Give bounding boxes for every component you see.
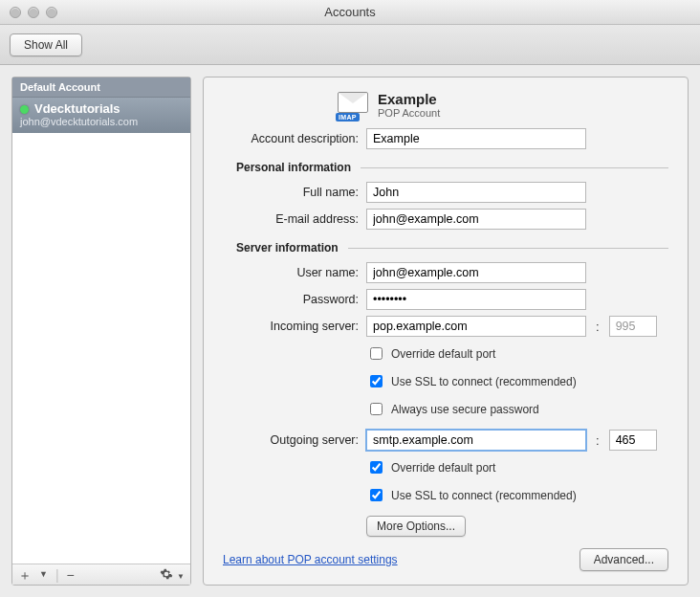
- window-controls: [0, 7, 57, 18]
- chevron-down-icon: ▼: [177, 572, 185, 581]
- toolbar: Show All: [0, 25, 700, 65]
- window-titlebar: Accounts: [0, 0, 700, 25]
- account-email-label: john@vdecktutorials.com: [20, 116, 183, 127]
- outgoing-port-separator: :: [592, 433, 603, 448]
- incoming-use-ssl-checkbox[interactable]: [370, 375, 383, 387]
- mail-imap-icon: IMAP: [338, 92, 368, 119]
- label-email-address: E-mail address:: [223, 212, 366, 226]
- full-name-input[interactable]: [366, 182, 586, 203]
- panel-header: IMAP Example POP Account: [338, 91, 668, 119]
- section-personal-info-label: Personal information: [236, 161, 361, 174]
- advanced-button[interactable]: Advanced...: [580, 548, 668, 571]
- section-personal-info: Personal information: [236, 161, 668, 174]
- outgoing-use-ssl-label: Use SSL to connect (recommended): [391, 489, 577, 502]
- incoming-use-ssl-label: Use SSL to connect (recommended): [391, 375, 577, 388]
- section-server-info: Server information: [236, 241, 668, 254]
- section-server-info-label: Server information: [236, 241, 348, 254]
- outgoing-port-input[interactable]: [609, 430, 657, 451]
- accounts-sidebar: Default Account Vdecktutorials john@vdec…: [11, 77, 191, 586]
- account-description-input[interactable]: [366, 128, 586, 149]
- account-settings-panel: IMAP Example POP Account Account descrip…: [203, 77, 689, 586]
- label-outgoing-server: Outgoing server:: [223, 433, 366, 447]
- label-account-description: Account description:: [223, 132, 366, 145]
- incoming-secure-password-label: Always use secure password: [391, 403, 539, 416]
- incoming-port-separator: :: [592, 320, 603, 334]
- minimize-window-button[interactable]: [28, 7, 39, 18]
- label-password: Password:: [223, 293, 366, 306]
- content-area: Default Account Vdecktutorials john@vdec…: [0, 65, 700, 597]
- incoming-server-input[interactable]: [366, 316, 586, 337]
- close-window-button[interactable]: [10, 7, 21, 18]
- window-title: Accounts: [0, 5, 700, 19]
- settings-gear-button[interactable]: ▼: [160, 567, 185, 583]
- panel-subtitle: POP Account: [378, 107, 440, 119]
- incoming-secure-password-checkbox[interactable]: [370, 403, 383, 415]
- incoming-override-port-label: Override default port: [391, 347, 495, 361]
- user-name-input[interactable]: [366, 262, 586, 283]
- zoom-window-button[interactable]: [46, 7, 57, 18]
- label-incoming-server: Incoming server:: [223, 320, 366, 333]
- outgoing-override-port-checkbox[interactable]: [370, 461, 383, 474]
- more-options-button[interactable]: More Options...: [366, 516, 466, 537]
- incoming-port-input[interactable]: [609, 316, 657, 337]
- gear-icon: [160, 567, 173, 581]
- incoming-override-port-checkbox[interactable]: [370, 347, 383, 360]
- sidebar-footer: ＋ ▼ | − ▼: [12, 564, 190, 585]
- password-input[interactable]: [366, 289, 586, 310]
- status-online-icon: [20, 105, 29, 114]
- outgoing-use-ssl-checkbox[interactable]: [370, 489, 383, 501]
- label-user-name: User name:: [223, 266, 366, 279]
- outgoing-override-port-label: Override default port: [391, 461, 495, 475]
- label-full-name: Full name:: [223, 186, 366, 199]
- learn-about-pop-link[interactable]: Learn about POP account settings: [223, 553, 398, 566]
- account-menu-dropdown[interactable]: ▼: [39, 570, 48, 579]
- add-account-button[interactable]: ＋: [18, 568, 32, 582]
- panel-title: Example: [378, 91, 440, 107]
- account-name-label: Vdecktutorials: [34, 101, 120, 116]
- email-address-input[interactable]: [366, 209, 586, 230]
- remove-account-button[interactable]: −: [67, 568, 75, 582]
- sidebar-account-item[interactable]: Vdecktutorials john@vdecktutorials.com: [12, 98, 190, 133]
- outgoing-server-input[interactable]: [366, 430, 586, 451]
- show-all-button[interactable]: Show All: [10, 33, 82, 56]
- sidebar-section-header: Default Account: [12, 77, 190, 98]
